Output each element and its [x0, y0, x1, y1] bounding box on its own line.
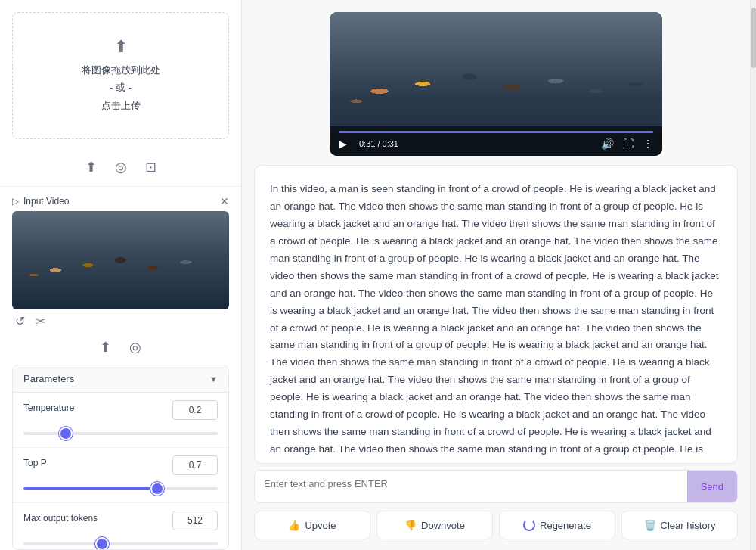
upvote-icon: 👍	[288, 520, 300, 531]
max-tokens-label: Max output tokens	[23, 513, 98, 524]
top-video-card: ▶ 0:31 / 0:31 🔊 ⛶ ⋮	[330, 12, 662, 156]
topp-input[interactable]	[172, 455, 218, 475]
upload-area[interactable]: ⬆ 将图像拖放到此处 - 或 - 点击上传	[12, 12, 229, 139]
upvote-label: Upvote	[305, 520, 336, 531]
parameters-label: Parameters	[23, 373, 74, 384]
bottom-actions: 👍 Upvote 👎 Downvote Regenerate 🗑️ Clear …	[242, 503, 750, 550]
clear-history-label: Clear history	[661, 520, 716, 531]
video-lower-actions: ⬆ ◎	[0, 333, 241, 365]
volume-icon[interactable]: 🔊	[601, 138, 614, 150]
downvote-icon: 👎	[404, 520, 417, 531]
downvote-label: Downvote	[421, 520, 465, 531]
upload-icon-btn[interactable]: ⬆	[85, 159, 97, 176]
regenerate-label: Regenerate	[540, 520, 591, 531]
max-tokens-slider[interactable]	[23, 542, 218, 545]
temperature-input[interactable]	[172, 400, 218, 420]
upvote-button[interactable]: 👍 Upvote	[254, 511, 370, 539]
input-video-header: ▷ Input Video ✕	[12, 196, 229, 207]
input-video-text: Input Video	[23, 196, 70, 207]
max-tokens-param: Max output tokens	[13, 503, 228, 550]
clear-history-button[interactable]: 🗑️ Clear history	[621, 511, 738, 539]
upload-text: 将图像拖放到此处 - 或 - 点击上传	[82, 61, 160, 114]
right-scrollbar[interactable]	[750, 0, 756, 550]
video-actions-row: ↺ ✂	[12, 309, 229, 333]
regenerate-button[interactable]: Regenerate	[499, 511, 615, 539]
input-video-label: ▷ Input Video	[12, 196, 70, 207]
chat-response-text: In this video, a man is seen standing in…	[270, 181, 722, 464]
video-controls-bar: ▶ 0:31 / 0:31 🔊 ⛶ ⋮	[330, 126, 662, 156]
crop-icon[interactable]: ✂	[36, 314, 45, 328]
progress-bar-background	[339, 131, 653, 133]
regenerate-icon	[523, 519, 535, 531]
progress-bar-fill	[339, 131, 653, 133]
image-icon[interactable]: ⊡	[145, 159, 156, 176]
more-icon[interactable]: ⋮	[643, 138, 653, 150]
chat-input[interactable]	[255, 471, 687, 502]
camera-icon[interactable]: ◎	[115, 159, 127, 176]
max-tokens-input[interactable]	[172, 511, 218, 530]
video-action-group: ↺ ✂	[15, 314, 45, 328]
topp-slider[interactable]	[23, 487, 218, 490]
chat-input-wrapper: Send	[254, 470, 738, 503]
video-controls-icons: ▶ 0:31 / 0:31 🔊 ⛶ ⋮	[339, 138, 653, 150]
parameters-chevron: ▼	[209, 374, 218, 384]
left-panel: ⬆ 将图像拖放到此处 - 或 - 点击上传 ⬆ ◎ ⊡ ▷ Input Vide…	[0, 0, 242, 550]
temperature-slider[interactable]	[23, 432, 218, 435]
temperature-param: Temperature	[13, 393, 228, 448]
top-video-container: ▶ 0:31 / 0:31 🔊 ⛶ ⋮	[242, 0, 750, 156]
right-panel: ▶ 0:31 / 0:31 🔊 ⛶ ⋮ In this video, a man…	[242, 0, 750, 550]
topp-param: Top P	[13, 448, 228, 503]
input-video-thumbnail	[12, 211, 229, 309]
parameters-header[interactable]: Parameters ▼	[13, 365, 228, 393]
camera-lower-icon[interactable]: ◎	[129, 339, 141, 356]
top-video-screen: ▶ 0:31 / 0:31 🔊 ⛶ ⋮	[330, 12, 662, 156]
close-video-button[interactable]: ✕	[220, 196, 229, 207]
upload-icon: ⬆	[114, 37, 128, 57]
chat-area: In this video, a man is seen standing in…	[254, 165, 738, 464]
temperature-label: Temperature	[23, 402, 74, 413]
trash-icon: 🗑️	[644, 520, 656, 531]
downvote-button[interactable]: 👎 Downvote	[376, 511, 493, 539]
upload-actions-row: ⬆ ◎ ⊡	[0, 151, 241, 187]
parameters-section: Parameters ▼ Temperature Top P	[12, 365, 229, 550]
upload-lower-icon[interactable]: ⬆	[100, 339, 111, 356]
rotate-icon[interactable]: ↺	[15, 314, 25, 328]
video-icon: ▷	[12, 196, 19, 207]
send-button[interactable]: Send	[687, 471, 737, 502]
video-time: 0:31 / 0:31	[359, 139, 398, 148]
input-video-section: ▷ Input Video ✕ ↺ ✂	[12, 196, 229, 333]
topp-label: Top P	[23, 458, 47, 468]
chat-input-area: Send	[242, 464, 750, 503]
play-icon[interactable]: ▶	[339, 138, 347, 150]
scrollbar-thumb	[751, 8, 756, 68]
fullscreen-icon[interactable]: ⛶	[623, 138, 634, 150]
